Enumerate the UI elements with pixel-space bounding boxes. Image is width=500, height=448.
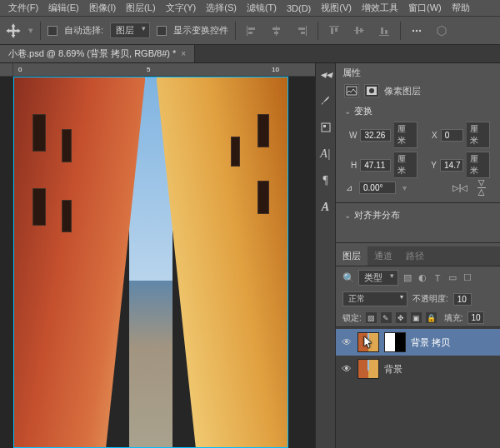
filter-type-dropdown[interactable]: 类型 [358, 270, 398, 286]
layer-mask-thumbnail[interactable] [384, 332, 406, 352]
align-middle-v-icon[interactable] [350, 22, 368, 40]
opacity-label: 不透明度: [412, 293, 448, 305]
svg-rect-3 [276, 26, 277, 36]
layer-thumbnail[interactable] [358, 332, 379, 352]
x-input[interactable]: 0 [441, 129, 463, 142]
menu-window[interactable]: 窗口(W) [403, 0, 447, 16]
svg-rect-0 [247, 26, 248, 36]
layer-name[interactable]: 背景 拷贝 [411, 336, 450, 349]
align-right-icon[interactable] [292, 22, 311, 40]
visibility-toggle-icon[interactable]: 👁 [341, 336, 352, 348]
menu-edit[interactable]: 编辑(E) [43, 0, 84, 16]
menubar: 文件(F) 编辑(E) 图像(I) 图层(L) 文字(Y) 选择(S) 滤镜(T… [0, 0, 500, 17]
align-left-icon[interactable] [242, 22, 261, 40]
layer-name[interactable]: 背景 [384, 363, 402, 376]
align-top-icon[interactable] [325, 22, 343, 40]
close-icon[interactable]: × [181, 49, 186, 58]
menu-select[interactable]: 选择(S) [201, 0, 242, 16]
menu-layer[interactable]: 图层(L) [121, 0, 160, 16]
x-label: X [426, 131, 437, 140]
angle-input[interactable]: 0.00° [359, 182, 396, 194]
right-panels: 属性 像素图层 变换 W 32.26厘米 X 0厘米 H 47.11厘米 Y 1… [335, 63, 500, 448]
filter-smart-icon[interactable]: ☐ [462, 272, 473, 284]
flip-horizontal-icon[interactable]: ▷|◁ [452, 183, 468, 192]
document-tabbar: 小巷.psd @ 8.69% (背景 拷贝, RGB/8#) * × [0, 45, 500, 63]
panel-expand-icon[interactable]: ◂◂ [318, 67, 333, 82]
tab-title: 小巷.psd @ 8.69% (背景 拷贝, RGB/8#) * [8, 47, 176, 60]
canvas[interactable] [13, 77, 315, 448]
blend-mode-dropdown[interactable]: 正常 [342, 291, 408, 306]
brush-panel-icon[interactable] [318, 93, 333, 108]
align-section-title[interactable]: 对齐并分布 [336, 207, 500, 224]
y-input[interactable]: 14.7 [440, 159, 463, 172]
document-tab[interactable]: 小巷.psd @ 8.69% (背景 拷贝, RGB/8#) * × [0, 45, 195, 62]
svg-rect-4 [272, 27, 280, 30]
lock-position-icon[interactable]: ✥ [396, 312, 407, 323]
transform-section-title[interactable]: 变换 [336, 102, 500, 120]
height-input[interactable]: 47.11 [360, 159, 391, 172]
filter-type-icon[interactable]: T [432, 272, 443, 284]
lock-transparency-icon[interactable]: ▧ [366, 312, 377, 323]
tab-channels[interactable]: 通道 [368, 246, 399, 266]
menu-3d[interactable]: 3D(D) [282, 2, 316, 15]
width-input[interactable]: 32.26 [360, 129, 391, 142]
width-label: W [346, 131, 357, 140]
document-image [13, 77, 288, 448]
lock-artboard-icon[interactable]: ▣ [411, 312, 422, 323]
mask-icon [364, 84, 379, 97]
tab-layers[interactable]: 图层 [336, 246, 368, 266]
auto-select-checkbox[interactable] [48, 26, 58, 36]
svg-point-18 [412, 29, 414, 31]
layer-item[interactable]: 👁 背景 [336, 356, 500, 382]
transform-controls-label: 显示变换控件 [173, 24, 228, 37]
transform-controls-checkbox[interactable] [157, 26, 167, 36]
y-label: Y [426, 161, 437, 170]
pixel-layer-icon [344, 84, 359, 97]
filter-shape-icon[interactable]: ▭ [447, 272, 458, 284]
auto-select-label: 自动选择: [64, 24, 103, 37]
glyphs-panel-icon[interactable]: A [318, 200, 333, 215]
opacity-input[interactable]: 10 [453, 293, 472, 306]
svg-point-19 [416, 29, 418, 31]
menu-type[interactable]: 文字(Y) [161, 0, 202, 16]
layer-type-label: 像素图层 [384, 85, 421, 97]
menu-plugins[interactable]: 增效工具 [357, 0, 403, 16]
menu-help[interactable]: 帮助 [447, 0, 475, 16]
flip-vertical-icon[interactable]: ▷|◁ [478, 180, 487, 196]
align-center-h-icon[interactable] [268, 22, 286, 40]
lock-all-icon[interactable]: 🔒 [426, 312, 437, 323]
move-tool-icon[interactable] [5, 22, 22, 39]
filter-adjust-icon[interactable]: ◐ [417, 272, 428, 284]
filter-pixel-icon[interactable]: ▧ [402, 272, 413, 284]
menu-file[interactable]: 文件(F) [3, 0, 43, 16]
menu-view[interactable]: 视图(V) [316, 0, 357, 16]
svg-rect-2 [248, 32, 252, 34]
angle-icon: ⊿ [346, 183, 352, 192]
history-panel-icon[interactable] [318, 120, 333, 135]
layers-list: 👁 背景 拷贝 👁 背景 [336, 326, 500, 448]
svg-point-20 [419, 29, 421, 31]
fill-input[interactable]: 10 [468, 311, 484, 324]
more-options-icon[interactable] [408, 22, 426, 40]
properties-panel-header[interactable]: 属性 [336, 63, 500, 82]
search-icon[interactable]: 🔍 [342, 272, 355, 284]
lock-label: 锁定: [342, 312, 362, 324]
svg-rect-16 [381, 27, 383, 34]
paragraph-panel-icon[interactable]: ¶ [318, 173, 333, 188]
svg-rect-5 [274, 32, 278, 34]
tab-paths[interactable]: 路径 [399, 246, 431, 266]
auto-select-target-dropdown[interactable]: 图层 [110, 22, 150, 38]
3d-mode-icon[interactable] [432, 22, 451, 40]
ruler-horizontal[interactable]: 0 5 10 [13, 63, 315, 77]
menu-filter[interactable]: 滤镜(T) [242, 0, 282, 16]
visibility-toggle-icon[interactable]: 👁 [341, 363, 352, 375]
fill-label: 填充: [444, 312, 463, 324]
ruler-origin[interactable] [0, 63, 13, 77]
lock-paint-icon[interactable]: ✎ [381, 312, 392, 323]
layer-thumbnail[interactable] [358, 359, 379, 379]
layer-item[interactable]: 👁 背景 拷贝 [336, 329, 500, 356]
align-bottom-icon[interactable] [375, 22, 393, 40]
height-label: H [346, 161, 357, 170]
menu-image[interactable]: 图像(I) [84, 0, 121, 16]
character-panel-icon[interactable]: A| [318, 147, 333, 162]
